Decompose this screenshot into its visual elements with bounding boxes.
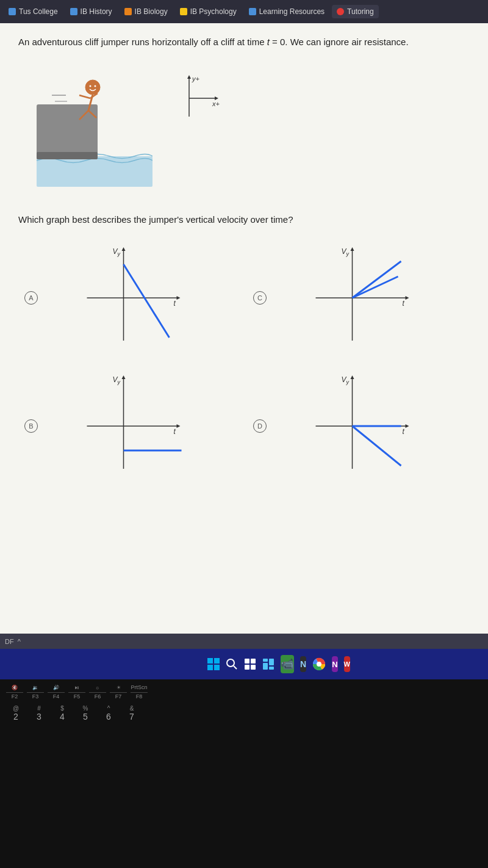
graph-d-svg: Vy t (253, 371, 464, 481)
svg-marker-44 (406, 424, 409, 428)
svg-point-3 (85, 80, 100, 95)
svg-text:x+: x+ (212, 100, 220, 107)
graph-a-svg: Vy t (24, 243, 235, 353)
svg-line-32 (353, 261, 401, 298)
office-button[interactable]: W (344, 656, 350, 672)
tab-ib-biology[interactable]: IB Biology (120, 5, 173, 18)
svg-rect-61 (269, 659, 274, 665)
graphs-grid: A Vy t C (18, 237, 470, 487)
key-prtscn[interactable]: PrtScn F8 (131, 684, 148, 700)
graph-c-label: C (253, 291, 267, 305)
svg-text:t: t (174, 299, 176, 308)
svg-rect-58 (251, 665, 256, 670)
svg-marker-14 (187, 75, 191, 79)
problem-intro: An adventurous cliff jumper runs horizon… (18, 35, 470, 49)
svg-text:Vy: Vy (113, 247, 121, 257)
status-caret: ^ (18, 638, 21, 645)
coordinate-axes: y+ x+ (171, 74, 220, 123)
svg-rect-51 (207, 665, 213, 670)
tab-icon-history (70, 8, 77, 15)
tab-label-tus: Tus College (19, 7, 58, 16)
illustration-area: y+ x+ (18, 62, 470, 202)
tab-ib-history[interactable]: IB History (65, 5, 117, 18)
svg-marker-42 (351, 375, 354, 379)
main-content: An adventurous cliff jumper runs horizon… (0, 23, 488, 634)
svg-marker-35 (122, 375, 126, 379)
svg-line-48 (353, 426, 401, 466)
svg-rect-2 (37, 152, 98, 159)
note-button[interactable]: N (300, 656, 306, 672)
key-percent-5[interactable]: % 5 (76, 705, 95, 722)
status-label: DF (5, 638, 14, 645)
svg-rect-0 (37, 156, 152, 187)
svg-rect-52 (214, 665, 220, 670)
graph-d-label: D (253, 419, 267, 433)
n-purple-button[interactable]: N (332, 656, 337, 672)
key-fn-vol-down[interactable]: 🔉 F3 (27, 685, 44, 700)
svg-point-5 (95, 85, 96, 87)
taskbar: 📹 N N W (0, 649, 488, 679)
tab-tus-college[interactable]: Tus College (4, 5, 63, 18)
svg-line-54 (234, 666, 237, 669)
windows-start-button[interactable] (207, 655, 220, 673)
graph-b-svg: Vy t (24, 371, 235, 481)
tab-learning-resources[interactable]: Learning Resources (244, 5, 329, 18)
browser-tab-bar: Tus College IB History IB Biology IB Psy… (0, 0, 488, 23)
svg-rect-62 (269, 667, 274, 670)
svg-marker-27 (351, 247, 354, 251)
key-amp-7[interactable]: & 7 (122, 705, 142, 722)
graph-c-cell[interactable]: C Vy t (247, 237, 470, 359)
svg-line-25 (124, 264, 170, 338)
svg-point-64 (317, 662, 321, 667)
svg-marker-20 (122, 247, 126, 251)
key-fn-mute[interactable]: 🔇 F2 (6, 685, 23, 700)
cliff-illustration (18, 62, 152, 202)
graph-a-cell[interactable]: A Vy t (18, 237, 241, 359)
svg-rect-56 (251, 659, 256, 664)
svg-rect-1 (37, 104, 98, 159)
key-caret-6[interactable]: ^ 6 (99, 705, 118, 722)
tab-ib-psychology[interactable]: IB Psychology (175, 5, 242, 18)
number-key-row: @ 2 # 3 $ 4 % 5 ^ 6 & 7 (0, 703, 488, 724)
key-at-2[interactable]: @ 2 (6, 705, 26, 722)
tab-label-history: IB History (81, 7, 112, 16)
tab-label-learning: Learning Resources (259, 7, 325, 16)
tab-icon-biology (124, 8, 132, 15)
svg-text:t: t (403, 299, 405, 308)
camera-button[interactable]: 📹 (281, 655, 294, 673)
svg-text:Vy: Vy (342, 375, 350, 385)
tab-label-biology: IB Biology (135, 7, 168, 16)
key-hash-3[interactable]: # 3 (29, 705, 49, 722)
svg-rect-57 (245, 665, 249, 670)
tab-label-tutoring: Tutoring (347, 7, 374, 16)
tab-icon-tutoring (337, 8, 344, 15)
svg-rect-59 (263, 659, 268, 662)
graph-b-cell[interactable]: B Vy t (18, 365, 241, 487)
tab-tutoring[interactable]: Tutoring (332, 5, 379, 18)
svg-rect-49 (207, 658, 213, 664)
taskview-button[interactable] (244, 655, 256, 673)
svg-text:t: t (174, 427, 176, 436)
chrome-button[interactable] (312, 655, 326, 673)
svg-text:Vy: Vy (113, 375, 121, 385)
graph-c-svg: Vy t (253, 243, 464, 353)
key-fn-bright-down[interactable]: ☼ F6 (89, 685, 106, 700)
svg-marker-22 (177, 296, 181, 300)
status-bar: DF ^ (0, 634, 488, 649)
svg-text:t: t (403, 427, 405, 436)
tab-icon-tus (9, 8, 16, 15)
tab-icon-learning (249, 8, 256, 15)
search-taskbar-button[interactable] (226, 655, 238, 673)
svg-rect-60 (263, 663, 268, 670)
svg-rect-50 (214, 658, 220, 664)
key-fn-bright-up[interactable]: ☀ F7 (110, 685, 127, 700)
svg-point-53 (227, 659, 234, 667)
fn-key-row: 🔇 F2 🔉 F3 🔊 F4 ⏯ F5 ☼ F6 ☀ F7 PrtScn F8 (0, 679, 488, 703)
svg-marker-29 (406, 296, 409, 300)
graph-d-cell[interactable]: D Vy t (247, 365, 470, 487)
widgets-button[interactable] (262, 655, 274, 673)
key-dollar-4[interactable]: $ 4 (52, 705, 72, 722)
key-fn-vol-up[interactable]: 🔊 F4 (48, 685, 65, 700)
key-fn-play[interactable]: ⏯ F5 (68, 685, 85, 700)
svg-line-7 (79, 95, 90, 98)
